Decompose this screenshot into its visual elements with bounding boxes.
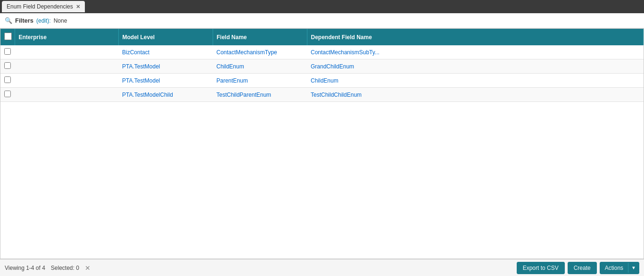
row-2-checkbox[interactable]: [4, 76, 11, 83]
row-2-model-level[interactable]: PTA.TestModel: [118, 74, 213, 88]
row-1-checkbox[interactable]: [4, 62, 11, 69]
tab-label: Enum Field Dependencies: [7, 3, 73, 10]
actions-label: Actions: [600, 262, 628, 274]
row-3-field-name[interactable]: TestChildParentEnum: [213, 88, 307, 102]
col-enterprise[interactable]: Enterprise: [15, 29, 118, 45]
filter-value: None: [54, 17, 67, 24]
tab-close-icon[interactable]: ✕: [76, 4, 80, 10]
row-2-enterprise: [15, 74, 118, 88]
enum-field-dependencies-tab[interactable]: Enum Field Dependencies ✕: [2, 1, 85, 12]
footer-left: Viewing 1-4 of 4 Selected: 0 ✕: [5, 264, 91, 272]
row-0-model-level[interactable]: BizContact: [118, 45, 213, 59]
filter-edit-link[interactable]: (edit):: [36, 17, 51, 24]
col-dependent-field-name[interactable]: Dependent Field Name: [307, 29, 644, 45]
actions-dropdown[interactable]: Actions ▼: [600, 262, 639, 274]
row-0-field-name[interactable]: ContactMechanismType: [213, 45, 307, 59]
export-csv-button[interactable]: Export to CSV: [517, 262, 565, 274]
table-row: PTA.TestModelChildTestChildParentEnumTes…: [0, 88, 644, 102]
table-row: PTA.TestModelParentEnumChildEnum: [0, 74, 644, 88]
row-1-model-level[interactable]: PTA.TestModel: [118, 59, 213, 74]
row-0-dependent-field-name[interactable]: ContactMechanismSubTy...: [307, 45, 644, 59]
row-3-enterprise: [15, 88, 118, 102]
row-2-dependent-field-name[interactable]: ChildEnum: [307, 74, 644, 88]
row-2-field-name[interactable]: ParentEnum: [213, 74, 307, 88]
clear-selection-icon[interactable]: ✕: [85, 264, 91, 272]
row-3-model-level[interactable]: PTA.TestModelChild: [118, 88, 213, 102]
table-header-row: Enterprise Model Level Field Name Depend…: [0, 29, 644, 45]
row-3-dependent-field-name[interactable]: TestChildChildEnum: [307, 88, 644, 102]
filter-bar: 🔍 Filters (edit): None: [0, 13, 644, 28]
select-all-header[interactable]: [0, 29, 15, 45]
row-1-dependent-field-name[interactable]: GrandChildEnum: [307, 59, 644, 74]
row-1-field-name[interactable]: ChildEnum: [213, 59, 307, 74]
row-0-checkbox-cell[interactable]: [0, 45, 15, 59]
col-field-name[interactable]: Field Name: [213, 29, 307, 45]
filter-label: Filters: [15, 17, 33, 24]
viewing-label: Viewing 1-4 of 4: [5, 265, 45, 271]
row-2-checkbox-cell[interactable]: [0, 74, 15, 88]
data-table: Enterprise Model Level Field Name Depend…: [0, 29, 644, 102]
row-0-enterprise: [15, 45, 118, 59]
selected-label: Selected: 0: [51, 265, 79, 271]
main-content: Enterprise Model Level Field Name Depend…: [0, 28, 644, 259]
row-3-checkbox-cell[interactable]: [0, 88, 15, 102]
tab-bar: Enum Field Dependencies ✕: [0, 0, 644, 13]
select-all-checkbox[interactable]: [4, 33, 12, 40]
table-wrapper: Enterprise Model Level Field Name Depend…: [0, 28, 644, 259]
row-3-checkbox[interactable]: [4, 91, 11, 97]
table-row: BizContactContactMechanismTypeContactMec…: [0, 45, 644, 59]
search-icon: 🔍: [5, 17, 12, 24]
table-row: PTA.TestModelChildEnumGrandChildEnum: [0, 59, 644, 74]
footer-right: Export to CSV Create Actions ▼: [517, 262, 639, 274]
col-model-level[interactable]: Model Level: [118, 29, 213, 45]
create-button[interactable]: Create: [568, 262, 597, 274]
row-1-checkbox-cell[interactable]: [0, 59, 15, 74]
actions-caret-icon[interactable]: ▼: [628, 263, 639, 273]
footer-bar: Viewing 1-4 of 4 Selected: 0 ✕ Export to…: [0, 259, 644, 276]
row-1-enterprise: [15, 59, 118, 74]
row-0-checkbox[interactable]: [4, 48, 11, 55]
table-body: BizContactContactMechanismTypeContactMec…: [0, 45, 644, 102]
